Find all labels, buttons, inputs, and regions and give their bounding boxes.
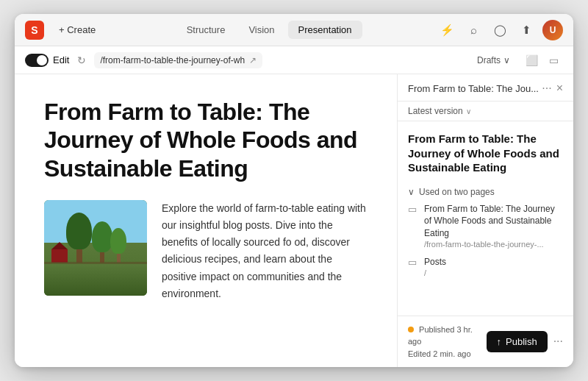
used-on-item-1[interactable]: ▭ From Farm to Table: The Journey of Who… <box>408 203 563 249</box>
page-icon-1: ▭ <box>408 204 418 214</box>
share-icon: ⬆ <box>522 24 531 37</box>
drafts-label: Drafts <box>477 55 501 65</box>
version-chevron-icon: ∨ <box>466 107 471 115</box>
farm-tree-2 <box>92 221 112 263</box>
farm-tree-1 <box>66 213 92 263</box>
panel-title: From Farm to Table: The Jou... <box>408 83 542 94</box>
toggle-thumb <box>37 55 47 65</box>
used-on-url-1: /from-farm-to-table-the-journey-... <box>424 240 563 249</box>
search-icon: ⌕ <box>470 24 477 36</box>
desktop-icon: ⬜ <box>526 54 538 66</box>
external-link-icon: ↗ <box>249 55 257 65</box>
version-label: Latest version <box>408 106 463 116</box>
create-button[interactable]: + Create <box>53 21 101 38</box>
main-content: From Farm to Table: The Journey of Whole… <box>15 74 573 367</box>
published-status-line: Published 3 hr. ago <box>408 324 481 348</box>
share-icon-btn[interactable]: ⬆ <box>516 20 537 40</box>
article-image <box>44 200 147 296</box>
version-selector[interactable]: Latest version ∨ <box>398 102 573 121</box>
app-logo[interactable]: S <box>25 21 44 40</box>
article-title: From Farm to Table: The Journey of Whole… <box>44 98 368 182</box>
app-window: S + Create Structure Vision Presentation… <box>15 14 573 367</box>
top-nav: Structure Vision Presentation <box>110 21 428 39</box>
article-body: Explore the world of farm-to-table eatin… <box>44 200 368 302</box>
editor-toolbar: Edit ↻ /from-farm-to-table-the-journey-o… <box>15 46 573 74</box>
article-body-text: Explore the world of farm-to-table eatin… <box>162 200 368 302</box>
titlebar-actions: ⚡ ⌕ ◯ ⬆ U <box>437 20 563 40</box>
farm-ground <box>44 263 147 296</box>
used-on-info-2: Posts / <box>424 256 446 277</box>
edit-label: Edit <box>53 54 69 65</box>
footer-more-icon[interactable]: ··· <box>553 335 563 348</box>
used-on-section: ∨ Used on two pages ▭ From Farm to Table… <box>398 181 573 283</box>
publish-label: Publish <box>506 336 537 347</box>
search-icon-btn[interactable]: ⌕ <box>463 20 484 40</box>
panel-footer: Published 3 hr. ago Edited 2 min. ago ↑ … <box>398 316 573 368</box>
flash-icon-btn[interactable]: ⚡ <box>437 20 457 40</box>
publish-status: Published 3 hr. ago Edited 2 min. ago <box>408 324 481 360</box>
used-on-item-2[interactable]: ▭ Posts / <box>408 256 563 277</box>
drafts-chevron-icon: ∨ <box>503 55 510 65</box>
publish-upload-icon: ↑ <box>497 336 502 347</box>
edit-toggle[interactable]: Edit <box>25 54 69 67</box>
used-on-name-2: Posts <box>424 256 446 268</box>
page-icon-2: ▭ <box>408 257 418 267</box>
flash-icon: ⚡ <box>440 24 454 37</box>
used-on-name-1: From Farm to Table: The Journey of Whole… <box>424 203 563 240</box>
panel-preview-title: From Farm to Table: The Journey of Whole… <box>398 121 573 181</box>
used-on-chevron-icon: ∨ <box>408 187 415 197</box>
toggle-track <box>25 54 49 67</box>
article-editor: From Farm to Table: The Journey of Whole… <box>15 74 397 367</box>
url-text: /from-farm-to-table-the-journey-of-wh <box>100 55 245 65</box>
nav-presentation[interactable]: Presentation <box>288 21 362 39</box>
mobile-icon: ▭ <box>549 54 559 66</box>
mobile-view-button[interactable]: ▭ <box>544 51 563 70</box>
fence-post <box>44 262 147 264</box>
url-bar[interactable]: /from-farm-to-table-the-journey-of-wh ↗ <box>94 52 262 68</box>
status-dot-icon <box>408 327 414 332</box>
panel-more-icon[interactable]: ··· <box>542 82 551 95</box>
panel-header-actions: ··· × <box>542 82 563 95</box>
desktop-view-button[interactable]: ⬜ <box>522 51 541 70</box>
used-on-items: ▭ From Farm to Table: The Journey of Who… <box>408 203 563 277</box>
used-on-url-2: / <box>424 268 446 277</box>
panel-header: From Farm to Table: The Jou... ··· × <box>398 74 573 102</box>
farm-barn <box>51 242 68 263</box>
bell-icon-btn[interactable]: ◯ <box>490 20 510 40</box>
bell-icon: ◯ <box>494 24 506 37</box>
used-on-label: Used on two pages <box>419 187 495 197</box>
user-avatar[interactable]: U <box>542 20 563 40</box>
used-on-info-1: From Farm to Table: The Journey of Whole… <box>424 203 563 249</box>
view-buttons: ⬜ ▭ <box>522 51 563 70</box>
farm-scene-illustration <box>44 200 147 296</box>
refresh-button[interactable]: ↻ <box>75 52 88 68</box>
nav-structure[interactable]: Structure <box>176 21 236 39</box>
drafts-button[interactable]: Drafts ∨ <box>471 52 516 68</box>
nav-vision[interactable]: Vision <box>238 21 284 39</box>
used-on-header[interactable]: ∨ Used on two pages <box>408 187 563 197</box>
edited-label: Edited 2 min. ago <box>408 349 471 358</box>
publish-button[interactable]: ↑ Publish <box>487 331 548 352</box>
panel-close-icon[interactable]: × <box>556 82 563 95</box>
side-panel: From Farm to Table: The Jou... ··· × Lat… <box>397 74 573 367</box>
edited-status-line: Edited 2 min. ago <box>408 348 481 360</box>
farm-tree-3 <box>110 228 126 263</box>
published-label: Published 3 hr. ago <box>408 325 473 346</box>
titlebar: S + Create Structure Vision Presentation… <box>15 14 573 46</box>
